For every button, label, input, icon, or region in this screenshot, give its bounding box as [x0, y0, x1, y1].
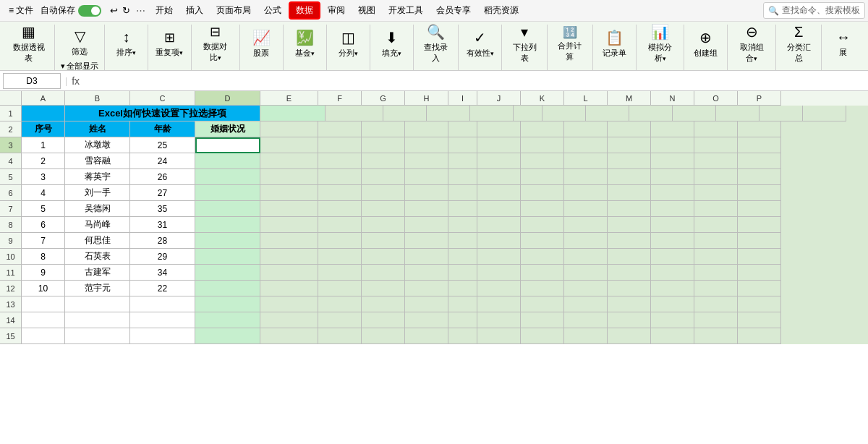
- cell-E4[interactable]: [260, 153, 318, 169]
- cell-P4[interactable]: [738, 153, 781, 169]
- col-header-E[interactable]: E: [260, 91, 318, 106]
- cell-L14[interactable]: [564, 312, 608, 328]
- cell-N14[interactable]: [651, 312, 694, 328]
- cell-H4[interactable]: [405, 153, 448, 169]
- cell-I13[interactable]: [448, 296, 477, 312]
- cell-K10[interactable]: [521, 249, 564, 265]
- search-box[interactable]: 🔍 查找命令、搜索模板: [763, 2, 865, 19]
- cell-E11[interactable]: [260, 265, 318, 281]
- cell-E13[interactable]: [260, 296, 318, 312]
- cell-F9[interactable]: [318, 233, 362, 249]
- menu-start[interactable]: 开始: [150, 3, 179, 18]
- cell-J10[interactable]: [477, 249, 521, 265]
- cell-P11[interactable]: [738, 265, 781, 281]
- cell-G5[interactable]: [362, 169, 405, 185]
- cell-N11[interactable]: [651, 265, 694, 281]
- pivot-table-button[interactable]: ▦ 数据透视表: [7, 26, 50, 61]
- cell-A2[interactable]: 序号: [22, 121, 65, 137]
- cell-A4[interactable]: 2: [22, 153, 65, 169]
- cell-O7[interactable]: [694, 201, 738, 217]
- menu-view[interactable]: 视图: [352, 3, 381, 18]
- cell-B8[interactable]: 马尚峰: [65, 217, 130, 233]
- cell-B12[interactable]: 范宇元: [65, 281, 130, 296]
- cell-D4[interactable]: [195, 153, 260, 169]
- cell-P14[interactable]: [738, 312, 781, 328]
- cell-D2[interactable]: 婚姻状况: [195, 121, 260, 137]
- cell-E15[interactable]: [260, 328, 318, 344]
- cell-M10[interactable]: [608, 249, 651, 265]
- cell-F4[interactable]: [318, 153, 362, 169]
- cell-P9[interactable]: [738, 233, 781, 249]
- cell-J14[interactable]: [477, 312, 521, 328]
- cell-I7[interactable]: [448, 201, 477, 217]
- cell-E14[interactable]: [260, 312, 318, 328]
- split-button[interactable]: ◫ 分列▾: [329, 26, 367, 61]
- cell-A3[interactable]: 1: [22, 137, 65, 153]
- cell-J1[interactable]: [542, 106, 586, 121]
- cell-F13[interactable]: [318, 296, 362, 312]
- cell-reference-input[interactable]: D3: [3, 73, 61, 89]
- row-num-2[interactable]: 2: [0, 121, 22, 137]
- cell-H14[interactable]: [405, 312, 448, 328]
- cell-N5[interactable]: [651, 169, 694, 185]
- cell-N9[interactable]: [651, 233, 694, 249]
- cell-E3[interactable]: [260, 137, 318, 153]
- cell-K9[interactable]: [521, 233, 564, 249]
- cell-L15[interactable]: [564, 328, 608, 344]
- menu-wps-resources[interactable]: 稻壳资源: [478, 3, 524, 18]
- cell-O11[interactable]: [694, 265, 738, 281]
- cell-K3[interactable]: [521, 137, 564, 153]
- cell-B3[interactable]: 冰墩墩: [65, 137, 130, 153]
- cell-C11[interactable]: 34: [130, 265, 195, 281]
- cell-L7[interactable]: [564, 201, 608, 217]
- sort-button[interactable]: ↕ 排序▾: [107, 26, 145, 61]
- cell-A1[interactable]: [22, 106, 65, 121]
- cell-D7[interactable]: [195, 201, 260, 217]
- row-num-5[interactable]: 5: [0, 169, 22, 185]
- cell-J5[interactable]: [477, 169, 521, 185]
- cell-N15[interactable]: [651, 328, 694, 344]
- cell-C9[interactable]: 28: [130, 233, 195, 249]
- cell-A12[interactable]: 10: [22, 281, 65, 296]
- cell-O10[interactable]: [694, 249, 738, 265]
- cell-F14[interactable]: [318, 312, 362, 328]
- cell-E5[interactable]: [260, 169, 318, 185]
- cell-H15[interactable]: [405, 328, 448, 344]
- cell-P8[interactable]: [738, 217, 781, 233]
- cell-H2[interactable]: [405, 121, 448, 137]
- cell-I14[interactable]: [448, 312, 477, 328]
- cell-I9[interactable]: [448, 233, 477, 249]
- cell-J12[interactable]: [477, 281, 521, 296]
- cell-E12[interactable]: [260, 281, 318, 296]
- cell-O15[interactable]: [694, 328, 738, 344]
- record-button[interactable]: 📋 记录单: [595, 26, 633, 61]
- undo-icon[interactable]: ↩: [110, 5, 118, 16]
- cell-C14[interactable]: [130, 312, 195, 328]
- menu-page-layout[interactable]: 页面布局: [210, 3, 257, 18]
- menu-dev-tools[interactable]: 开发工具: [383, 3, 429, 18]
- cell-F15[interactable]: [318, 328, 362, 344]
- cell-I1[interactable]: [514, 106, 542, 121]
- cell-J2[interactable]: [477, 121, 521, 137]
- cell-G13[interactable]: [362, 296, 405, 312]
- cell-C5[interactable]: 26: [130, 169, 195, 185]
- cell-I15[interactable]: [448, 328, 477, 344]
- cell-K7[interactable]: [521, 201, 564, 217]
- create-group-button[interactable]: ⊕ 创建组: [687, 26, 725, 61]
- cell-C8[interactable]: 31: [130, 217, 195, 233]
- cell-P7[interactable]: [738, 201, 781, 217]
- cell-L5[interactable]: [564, 169, 608, 185]
- cell-E10[interactable]: [260, 249, 318, 265]
- cell-C12[interactable]: 22: [130, 281, 195, 296]
- cell-D13[interactable]: [195, 296, 260, 312]
- cell-L11[interactable]: [564, 265, 608, 281]
- cell-K2[interactable]: [521, 121, 564, 137]
- subtotal-button[interactable]: Σ 分类汇总: [780, 26, 817, 61]
- cell-L12[interactable]: [564, 281, 608, 296]
- cell-B9[interactable]: 何思佳: [65, 233, 130, 249]
- cell-F6[interactable]: [318, 185, 362, 201]
- cell-N1[interactable]: [716, 106, 760, 121]
- cell-B7[interactable]: 吴德闲: [65, 201, 130, 217]
- redo-icon[interactable]: ↻: [122, 5, 130, 16]
- col-header-P[interactable]: P: [738, 91, 781, 106]
